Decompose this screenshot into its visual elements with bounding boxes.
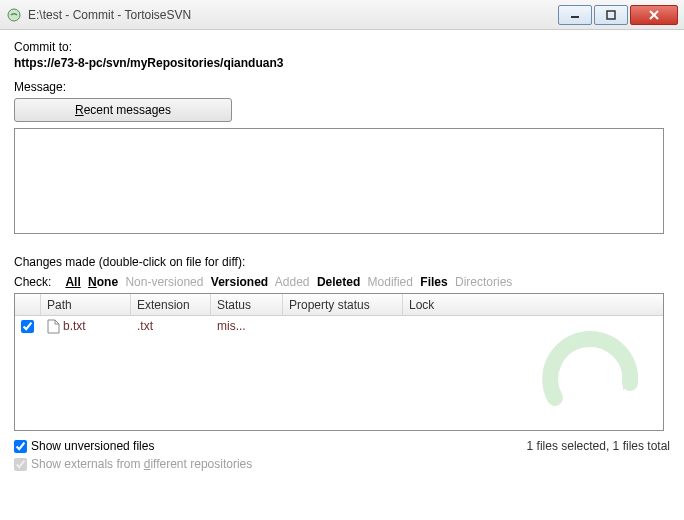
column-lock[interactable]: Lock (403, 294, 663, 315)
row-path: b.txt (63, 319, 86, 333)
recent-messages-button[interactable]: Recent messages (14, 98, 232, 122)
commit-message-input[interactable] (14, 128, 664, 234)
filter-check-label: Check: (14, 275, 51, 289)
row-checkbox[interactable] (21, 320, 34, 333)
file-list-body: b.txt .txt mis... (15, 316, 663, 430)
minimize-button[interactable] (558, 5, 592, 25)
app-icon (6, 7, 22, 23)
column-property-status[interactable]: Property status (283, 294, 403, 315)
filter-none[interactable]: None (88, 275, 118, 289)
show-externals-checkbox: Show externals from different repositori… (14, 455, 527, 473)
body: Commit to: https://e73-8-pc/svn/myReposi… (0, 30, 684, 483)
status-count: 1 files selected, 1 files total (527, 439, 670, 453)
column-status[interactable]: Status (211, 294, 283, 315)
filter-all[interactable]: All (65, 275, 80, 289)
filter-nonversioned[interactable]: Non-versioned (125, 275, 203, 289)
row-status: mis... (211, 319, 283, 333)
show-externals-label: Show externals from different repositori… (31, 457, 252, 471)
commit-to-label: Commit to: (14, 40, 670, 54)
file-list-header: Path Extension Status Property status Lo… (15, 294, 663, 316)
show-unversioned-checkbox[interactable]: Show unversioned files (14, 437, 527, 455)
show-externals-input (14, 458, 27, 471)
column-extension[interactable]: Extension (131, 294, 211, 315)
window-title: E:\test - Commit - TortoiseSVN (28, 8, 556, 22)
svg-point-0 (8, 9, 20, 21)
maximize-button[interactable] (594, 5, 628, 25)
show-unversioned-input[interactable] (14, 440, 27, 453)
svg-rect-2 (607, 11, 615, 19)
filter-row: Check: All None Non-versioned Versioned … (14, 275, 670, 289)
file-icon (47, 319, 60, 334)
filter-files[interactable]: Files (420, 275, 447, 289)
recent-btn-rest: ecent messages (84, 103, 171, 117)
file-list: Path Extension Status Property status Lo… (14, 293, 664, 431)
filter-modified[interactable]: Modified (368, 275, 413, 289)
filter-directories[interactable]: Directories (455, 275, 512, 289)
changes-label: Changes made (double-click on file for d… (14, 255, 670, 269)
row-extension: .txt (131, 319, 211, 333)
tortoise-logo-icon (535, 328, 655, 428)
close-button[interactable] (630, 5, 678, 25)
titlebar: E:\test - Commit - TortoiseSVN (0, 0, 684, 30)
column-checkbox[interactable] (15, 294, 41, 315)
filter-deleted[interactable]: Deleted (317, 275, 360, 289)
commit-url: https://e73-8-pc/svn/myRepositories/qian… (14, 56, 670, 70)
filter-versioned[interactable]: Versioned (211, 275, 268, 289)
message-label: Message: (14, 80, 670, 94)
show-unversioned-label: Show unversioned files (31, 439, 154, 453)
bottom-row: Show unversioned files Show externals fr… (14, 437, 670, 473)
filter-added[interactable]: Added (275, 275, 310, 289)
column-path[interactable]: Path (41, 294, 131, 315)
